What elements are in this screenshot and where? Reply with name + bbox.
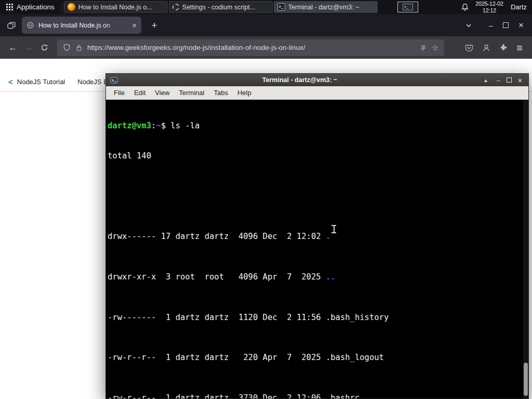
- terminal-menu-item[interactable]: Tabs: [209, 87, 232, 98]
- account-icon[interactable]: [482, 44, 490, 52]
- terminal-scrollbar-thumb[interactable]: [524, 363, 528, 396]
- browser-navigation-toolbar: ← → https://www.geeksforgeeks.org/node-j…: [0, 36, 532, 59]
- file-name: .: [326, 232, 330, 241]
- terminal-scrollbar[interactable]: [523, 100, 528, 398]
- url-bar[interactable]: https://www.geeksforgeeks.org/node-js/in…: [57, 39, 444, 56]
- terminal-prompt-line: dartz@vm3:~$ ls -la: [108, 121, 528, 131]
- panel-window-buttons: How to Install Node.js o... Settings - c…: [63, 0, 378, 14]
- nav-scroll-left-icon[interactable]: <: [4, 77, 17, 86]
- file-name: .bashrc: [326, 393, 360, 398]
- applications-label: Applications: [17, 3, 55, 11]
- terminal-close-button[interactable]: ×: [516, 76, 524, 85]
- terminal-shade-button[interactable]: ▴: [482, 77, 490, 84]
- typed-command: ls -la: [170, 121, 200, 130]
- top-panel: Applications How to Install Node.js o...…: [0, 0, 532, 14]
- file-name: ..: [326, 272, 336, 282]
- terminal-listing-line: -rw-r--r-- 1 dartz dartz 3730 Dec 2 12:0…: [108, 393, 528, 398]
- terminal-listing-line: drwxr-xr-x 3 root root 4096 Apr 7 2025 .…: [108, 272, 528, 282]
- terminal-file-listing: drwx------ 17 dartz dartz 4096 Dec 2 12:…: [108, 192, 528, 398]
- ibeam-cursor: [331, 225, 336, 233]
- window-title-label: Settings - codium script...: [182, 4, 255, 11]
- tab-title: How to Install Node.js on: [38, 22, 128, 29]
- terminal-menu-item[interactable]: File: [109, 87, 129, 98]
- menu-icon[interactable]: ≡: [516, 43, 523, 53]
- terminal-total-line: total 140: [108, 151, 528, 161]
- terminal-output-area[interactable]: dartz@vm3:~$ ls -la total 140 drwx------…: [106, 100, 528, 398]
- workspace-window-thumbnail: [403, 4, 413, 10]
- terminal-titlebar[interactable]: Terminal - dartz@vm3: ~ ▴ – ×: [106, 74, 528, 86]
- terminal-menubar: File Edit View Terminal Tabs Help: [106, 86, 528, 100]
- reader-mode-icon[interactable]: [420, 44, 427, 51]
- panel-separator: [62, 3, 62, 12]
- file-meta: -rw-r--r-- 1 dartz dartz 3730 Dec 2 12:0…: [108, 393, 326, 398]
- extensions-puzzle-icon[interactable]: [499, 44, 508, 52]
- window-app-icon: [68, 3, 75, 11]
- clock-date: 2025-12-02: [475, 1, 503, 7]
- panel-clock[interactable]: 2025-12-02 12:12: [475, 1, 503, 14]
- panel-window-button[interactable]: How to Install Node.js o...: [64, 1, 168, 13]
- file-meta: drwx------ 17 dartz dartz 4096 Dec 2 12:…: [108, 232, 326, 241]
- file-meta: -rw-r--r-- 1 dartz dartz 220 Apr 7 2025: [108, 353, 326, 362]
- terminal-listing-line: -rw-r--r-- 1 dartz dartz 220 Apr 7 2025 …: [108, 353, 528, 363]
- terminal-maximize-button[interactable]: [507, 77, 512, 83]
- terminal-menu-item[interactable]: Terminal: [174, 87, 209, 98]
- bell-icon: [461, 3, 469, 11]
- prompt-user-host: dartz@vm3: [108, 121, 151, 130]
- window-title-label: How to Install Node.js o...: [78, 4, 152, 11]
- file-name: .bash_history: [326, 313, 389, 322]
- terminal-window-title: Terminal - dartz@vm3: ~: [122, 76, 477, 84]
- lock-icon: [75, 44, 83, 51]
- minimize-button[interactable]: –: [489, 21, 493, 30]
- applications-grid-icon: [6, 4, 13, 10]
- back-button[interactable]: ←: [5, 40, 21, 56]
- close-button[interactable]: ×: [518, 20, 524, 31]
- reload-button[interactable]: [36, 40, 52, 56]
- prompt-path: ~: [156, 121, 161, 130]
- pocket-icon[interactable]: [465, 44, 473, 52]
- prompt-dollar: $: [161, 121, 171, 130]
- terminal-menu-item[interactable]: Edit: [129, 87, 150, 98]
- terminal-listing-line: drwx------ 17 dartz dartz 4096 Dec 2 12:…: [108, 232, 528, 242]
- chevron-down-icon: [466, 22, 472, 29]
- bookmark-star-icon[interactable]: ☆: [432, 43, 438, 52]
- user-menu-button[interactable]: Dartz: [511, 3, 527, 11]
- clock-time: 12:12: [475, 7, 503, 14]
- tab-close-icon[interactable]: ×: [132, 21, 137, 29]
- file-name: .bash_logout: [326, 353, 384, 362]
- terminal-window: Terminal - dartz@vm3: ~ ▴ – × File Edit …: [105, 73, 529, 399]
- window-app-icon: [172, 4, 179, 10]
- prompt-colon: :: [151, 121, 156, 130]
- browser-tab[interactable]: How to Install Node.js on ×: [22, 17, 141, 34]
- applications-menu-button[interactable]: Applications: [0, 0, 61, 14]
- firefox-view-button[interactable]: [4, 18, 19, 33]
- firefox-view-icon: [7, 21, 16, 30]
- window-app-icon: [277, 3, 285, 11]
- browser-tab-bar: How to Install Node.js on × + – ×: [0, 14, 532, 36]
- toolbar-icon-cluster: ≡: [465, 43, 523, 53]
- window-title-label: Terminal - dartz@vm3: ~: [288, 4, 360, 11]
- terminal-minimize-button[interactable]: –: [494, 77, 502, 83]
- file-meta: -rw------- 1 dartz dartz 1120 Dec 2 11:5…: [108, 313, 326, 322]
- tracking-protection-shield-icon: [63, 44, 71, 51]
- terminal-menu-item[interactable]: View: [150, 87, 174, 98]
- new-tab-button[interactable]: +: [148, 20, 161, 31]
- notifications-button[interactable]: [461, 3, 469, 11]
- tab-favicon: [26, 21, 34, 29]
- browser-window-controls: – ×: [489, 20, 524, 31]
- maximize-button[interactable]: [503, 22, 509, 28]
- site-nav-link[interactable]: NodeJS Tutorial: [17, 78, 65, 86]
- workspace-switcher[interactable]: [397, 2, 418, 12]
- file-meta: drwxr-xr-x 3 root root 4096 Apr 7 2025: [108, 272, 326, 282]
- panel-window-button[interactable]: Settings - codium script...: [169, 1, 273, 13]
- panel-window-button[interactable]: Terminal - dartz@vm3: ~: [274, 1, 378, 13]
- terminal-app-icon: [110, 76, 118, 84]
- list-all-tabs-button[interactable]: [462, 22, 475, 29]
- url-text: https://www.geeksforgeeks.org/node-js/in…: [87, 44, 415, 51]
- terminal-listing-line: -rw------- 1 dartz dartz 1120 Dec 2 11:5…: [108, 313, 528, 323]
- terminal-menu-item[interactable]: Help: [233, 87, 256, 98]
- forward-button[interactable]: →: [21, 40, 36, 56]
